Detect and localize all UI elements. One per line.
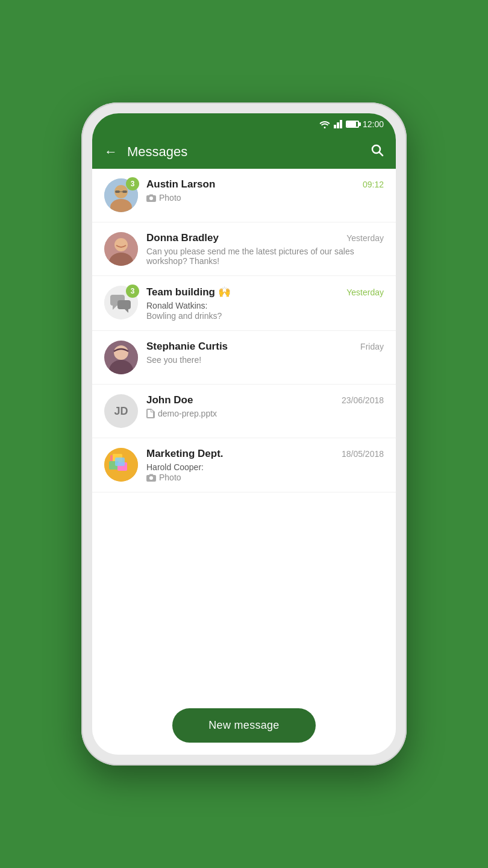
message-preview: Ronald Watkins: <box>146 301 384 310</box>
message-time: 09:12 <box>363 180 384 189</box>
message-content: Austin Larson 09:12 Photo <box>146 178 384 203</box>
svg-marker-2 <box>340 120 342 128</box>
unread-badge: 3 <box>126 285 139 298</box>
status-time: 12:00 <box>363 119 384 129</box>
new-message-button[interactable]: New message <box>172 708 315 743</box>
message-time: Yesterday <box>346 288 384 297</box>
sender-prefix: Harold Cooper: <box>146 462 204 472</box>
phone-screen: 12:00 ← Messages <box>92 113 396 755</box>
message-time: Yesterday <box>346 233 384 243</box>
contact-name: Donna Bradley <box>146 232 219 244</box>
message-time: 18/05/2018 <box>342 449 384 459</box>
message-preview: See you there! <box>146 355 384 365</box>
message-preview: Photo <box>146 473 384 482</box>
fab-container: New message <box>92 696 396 755</box>
conversation-item-austin-larson[interactable]: 3 Austin Larson 09:12 Photo <box>92 169 396 222</box>
svg-line-4 <box>380 153 383 156</box>
avatar: JD <box>104 394 138 428</box>
avatar <box>104 232 138 266</box>
avatar-container: 3 <box>104 286 138 319</box>
conversation-item-team-building[interactable]: 3 Team building 🙌 Yesterday Ronald Watki… <box>92 276 396 331</box>
message-preview: Can you please send me the latest pictur… <box>146 247 384 266</box>
svg-marker-0 <box>334 125 336 128</box>
message-top: Marketing Dept. 18/05/2018 <box>146 448 384 460</box>
conversation-item-stephanie-curtis[interactable]: Stephanie Curtis Friday See you there! <box>92 331 396 385</box>
message-top: John Doe 23/06/2018 <box>146 394 384 406</box>
document-icon <box>146 409 155 418</box>
message-top: Team building 🙌 Yesterday <box>146 286 384 298</box>
message-content: Marketing Dept. 18/05/2018 Harold Cooper… <box>146 448 384 482</box>
unread-badge: 3 <box>126 177 139 190</box>
back-button[interactable]: ← <box>104 144 117 160</box>
message-content: Stephanie Curtis Friday See you there! <box>146 341 384 365</box>
preview-text: Photo <box>159 473 181 482</box>
preview-text: Bowling and drinks? <box>146 311 222 321</box>
avatar-container: JD <box>104 394 138 428</box>
message-content: John Doe 23/06/2018 demo-prep.pptx <box>146 394 384 418</box>
avatar-image <box>104 341 138 374</box>
contact-name: Marketing Dept. <box>146 448 224 460</box>
contact-name: Stephanie Curtis <box>146 341 228 353</box>
svg-marker-1 <box>337 122 339 128</box>
message-content: Donna Bradley Yesterday Can you please s… <box>146 232 384 266</box>
conversation-item-donna-bradley[interactable]: Donna Bradley Yesterday Can you please s… <box>92 222 396 276</box>
svg-rect-8 <box>115 190 120 193</box>
message-top: Stephanie Curtis Friday <box>146 341 384 353</box>
contact-name: John Doe <box>146 394 193 406</box>
contact-name: Team building 🙌 <box>146 286 231 298</box>
message-content: Team building 🙌 Yesterday Ronald Watkins… <box>146 286 384 321</box>
avatar <box>104 341 138 374</box>
svg-point-12 <box>114 238 128 251</box>
app-header: ← Messages <box>92 135 396 169</box>
avatar-container <box>104 341 138 374</box>
conversation-item-john-doe[interactable]: JD John Doe 23/06/2018 demo-prep.pptx <box>92 385 396 438</box>
preview-text: demo-prep.pptx <box>158 409 217 418</box>
svg-rect-17 <box>117 300 131 309</box>
signal-icon <box>334 120 342 128</box>
camera-icon <box>146 194 156 202</box>
status-bar: 12:00 <box>92 113 396 135</box>
message-top: Donna Bradley Yesterday <box>146 232 384 244</box>
avatar-container <box>104 232 138 266</box>
preview-text: Photo <box>159 193 181 203</box>
wifi-icon <box>319 120 330 128</box>
preview-text: See you there! <box>146 355 201 365</box>
avatar-container: 3 <box>104 178 138 212</box>
message-time: 23/06/2018 <box>342 395 384 405</box>
messages-list: 3 Austin Larson 09:12 Photo <box>92 169 396 696</box>
status-icons: 12:00 <box>319 119 384 129</box>
avatar <box>104 448 138 482</box>
sender-line: Harold Cooper: <box>146 462 384 472</box>
battery-icon <box>346 121 359 128</box>
contact-name: Austin Larson <box>146 178 215 190</box>
avatar-image <box>104 448 138 482</box>
message-preview: Photo <box>146 193 384 203</box>
svg-rect-9 <box>122 190 127 193</box>
page-title: Messages <box>127 144 361 160</box>
message-top: Austin Larson 09:12 <box>146 178 384 190</box>
avatar-container <box>104 448 138 482</box>
conversation-item-marketing-dept[interactable]: Marketing Dept. 18/05/2018 Harold Cooper… <box>92 438 396 492</box>
sender-prefix: Ronald Watkins: <box>146 301 207 310</box>
svg-point-20 <box>114 345 128 360</box>
search-button[interactable] <box>371 143 384 160</box>
message-preview: demo-prep.pptx <box>146 409 384 418</box>
camera-icon <box>146 474 156 482</box>
phone-frame: 12:00 ← Messages <box>81 102 407 766</box>
svg-rect-27 <box>115 458 125 466</box>
message-body: Bowling and drinks? <box>146 311 384 321</box>
avatar-image <box>104 232 138 266</box>
message-time: Friday <box>360 342 384 351</box>
